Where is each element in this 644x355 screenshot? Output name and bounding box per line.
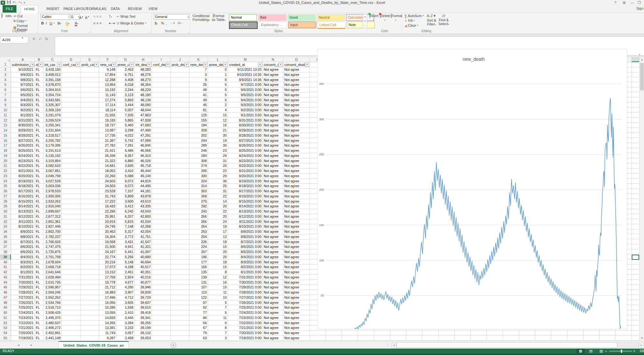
cell[interactable] bbox=[171, 194, 189, 199]
cell[interactable]: 2,955,005 bbox=[43, 194, 62, 199]
fill-color-button[interactable]: ◇▾ bbox=[66, 21, 70, 26]
cell[interactable]: 18,052 bbox=[99, 168, 117, 174]
cell[interactable]: 2,518,710 bbox=[43, 305, 62, 310]
cell[interactable]: 67 bbox=[189, 325, 208, 331]
cell[interactable] bbox=[171, 300, 189, 305]
cell[interactable]: Not agree bbox=[263, 290, 283, 295]
row-number[interactable]: 17 bbox=[0, 143, 11, 148]
cell[interactable]: FL bbox=[35, 87, 43, 93]
find-select-button[interactable]: ⌭ Find & Select▾ bbox=[438, 14, 450, 26]
cell[interactable]: FL bbox=[35, 199, 43, 204]
cell[interactable]: 10 bbox=[208, 285, 228, 290]
cell[interactable]: Not agree bbox=[283, 199, 310, 204]
cell[interactable]: 8/26/2021 bbox=[11, 143, 35, 148]
cell[interactable]: 24,503 bbox=[99, 184, 117, 189]
cell[interactable]: 10 bbox=[208, 295, 228, 300]
cell[interactable]: 23,915 bbox=[99, 219, 117, 224]
cell[interactable] bbox=[80, 184, 99, 189]
cell[interactable] bbox=[171, 209, 189, 214]
cell[interactable]: 13,055 bbox=[99, 310, 117, 315]
cell[interactable]: 246 bbox=[189, 148, 208, 153]
cell[interactable]: 3,284 bbox=[117, 321, 135, 326]
cell[interactable]: Not agree bbox=[283, 118, 310, 123]
cell[interactable]: Not agree bbox=[283, 265, 310, 270]
font-size-combo[interactable]: 11▾ bbox=[69, 14, 80, 20]
cell[interactable]: 45,444 bbox=[135, 168, 152, 174]
style-good[interactable]: Good bbox=[288, 14, 316, 21]
cell[interactable]: 0 bbox=[208, 321, 228, 326]
cell[interactable]: 24 bbox=[208, 219, 228, 224]
row-number[interactable]: 8 bbox=[0, 98, 11, 103]
cell[interactable]: Not agree bbox=[283, 224, 310, 229]
cell[interactable]: FL bbox=[35, 113, 43, 118]
cell[interactable] bbox=[62, 108, 80, 113]
cell[interactable]: 275 bbox=[189, 199, 208, 204]
cell[interactable]: 9/3/2021 0:00 bbox=[228, 103, 263, 108]
cell[interactable] bbox=[62, 234, 80, 240]
row-number[interactable]: 10 bbox=[0, 108, 11, 113]
cell[interactable]: 8/21/2021 0:00 bbox=[228, 168, 263, 174]
cell[interactable]: 207 bbox=[189, 250, 208, 255]
cell[interactable] bbox=[171, 168, 189, 174]
horizontal-scroll-thumb[interactable] bbox=[397, 342, 617, 348]
cell[interactable]: 8/7/2021 bbox=[11, 240, 35, 245]
cell[interactable]: Not agree bbox=[283, 148, 310, 153]
cell[interactable]: 3,003,036 bbox=[43, 184, 62, 189]
style-neutral[interactable]: Neutral bbox=[317, 14, 345, 21]
cell[interactable] bbox=[171, 244, 189, 250]
cell[interactable]: 9/6/2021 0:00 bbox=[228, 87, 263, 93]
cell[interactable]: 3,418,160 bbox=[43, 67, 62, 72]
cell[interactable]: 35 bbox=[189, 82, 208, 87]
cell[interactable] bbox=[152, 285, 171, 290]
cell[interactable]: Not agree bbox=[263, 113, 283, 118]
cell[interactable]: 7/29/2021 bbox=[11, 285, 35, 290]
cell[interactable]: FL bbox=[35, 148, 43, 153]
cell[interactable]: Not agree bbox=[263, 199, 283, 204]
cell[interactable]: 3,431 bbox=[117, 240, 135, 245]
cell[interactable]: 8/17/2021 0:00 bbox=[228, 189, 263, 194]
cell[interactable]: 3,600 bbox=[117, 199, 135, 204]
cell[interactable]: 3,326,307 bbox=[43, 103, 62, 108]
cell[interactable]: 2,451 bbox=[117, 270, 135, 275]
cell[interactable] bbox=[80, 310, 99, 315]
orientation-button[interactable]: ⤴▾ bbox=[109, 14, 112, 19]
shrink-font-button[interactable]: A▼ bbox=[85, 14, 89, 20]
cell[interactable] bbox=[80, 199, 99, 204]
clipboard-dialog-launcher[interactable]: ⌟ bbox=[36, 30, 37, 33]
cell[interactable]: FL bbox=[35, 331, 43, 336]
row-number[interactable]: 46 bbox=[0, 290, 11, 295]
cell[interactable]: Not agree bbox=[263, 275, 283, 280]
cell[interactable] bbox=[171, 336, 189, 341]
zoom-level[interactable]: 100% bbox=[639, 349, 644, 353]
cell[interactable]: 9/9/2021 bbox=[11, 72, 35, 77]
enter-icon[interactable]: ✓ bbox=[39, 37, 42, 41]
cell[interactable]: 4,188 bbox=[117, 265, 135, 270]
cell[interactable]: 39,132 bbox=[135, 331, 152, 336]
cell[interactable] bbox=[62, 270, 80, 275]
cell[interactable]: 7/19/2021 bbox=[11, 336, 35, 341]
cell[interactable]: 7/25/2021 0:00 bbox=[228, 305, 263, 310]
cell[interactable]: Not agree bbox=[283, 153, 310, 159]
cell[interactable]: FL bbox=[35, 290, 43, 295]
delete-cells-button[interactable]: Delete▾ bbox=[380, 14, 390, 22]
cell[interactable] bbox=[152, 159, 171, 164]
cell[interactable]: 7/19/2021 0:00 bbox=[228, 336, 263, 341]
cell[interactable]: 7/22/2021 0:00 bbox=[228, 321, 263, 326]
cell[interactable]: Not agree bbox=[263, 103, 283, 108]
cell[interactable]: Not agree bbox=[283, 255, 310, 260]
cell[interactable]: 39,418 bbox=[135, 310, 152, 315]
cell[interactable]: 2,899,607 bbox=[43, 209, 62, 214]
style-linked-cell[interactable]: Linked Cell bbox=[317, 22, 346, 29]
cell[interactable]: FL bbox=[35, 82, 43, 87]
cell[interactable]: 46,026 bbox=[135, 159, 152, 164]
cell[interactable] bbox=[80, 265, 99, 270]
cell[interactable]: FL bbox=[35, 214, 43, 219]
cell[interactable]: FL bbox=[35, 128, 43, 133]
cell[interactable]: 6,486 bbox=[117, 148, 135, 153]
cell[interactable]: FL bbox=[35, 179, 43, 184]
copy-button[interactable]: ⧉Copy▾ bbox=[14, 19, 26, 23]
cell[interactable]: 264 bbox=[189, 224, 208, 229]
cell[interactable]: 8/3/2021 0:00 bbox=[228, 260, 263, 265]
cell[interactable]: 3,343,581 bbox=[43, 98, 62, 103]
cell[interactable]: 2,410 bbox=[117, 310, 135, 315]
